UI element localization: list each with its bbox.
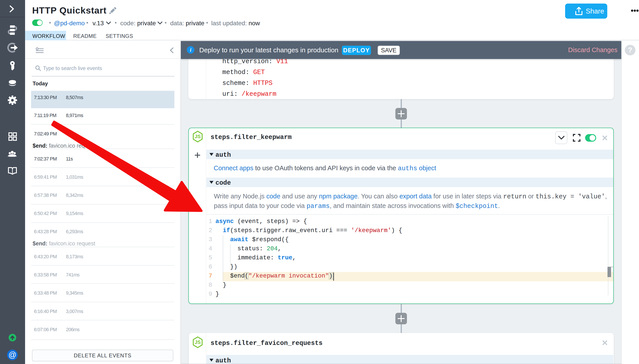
svg-text:JS: JS [195,340,201,345]
svg-text:JS: JS [195,134,201,139]
svg-text:@: @ [9,350,17,359]
